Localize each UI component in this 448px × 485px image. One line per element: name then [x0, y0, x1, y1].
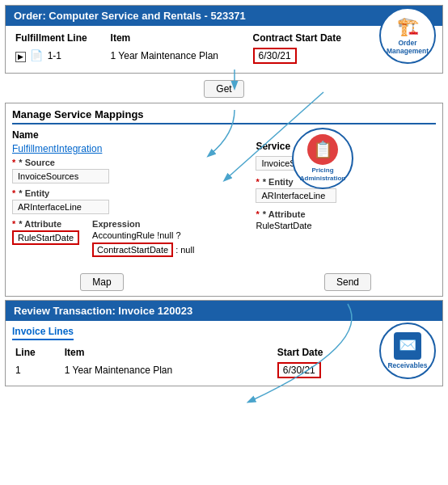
fulfillment-line-header: Fulfillment Line [12, 31, 108, 45]
mappings-title: Manage Service Mappings [12, 108, 436, 124]
invoice-lines-tab[interactable]: Invoice Lines [12, 326, 74, 340]
attribute-label-left: * * Attribute [12, 219, 79, 229]
order-management-badge: 🏗️ Order Management [379, 7, 436, 64]
invoice-date-box: 6/30/21 [277, 362, 321, 378]
invoice-line-header: Line [12, 345, 61, 360]
invoice-line-cell: 1 [12, 360, 61, 381]
attribute-label-right: * * Attribute [256, 209, 402, 219]
invoice-item-cell: 1 Year Maintenance Plan [61, 360, 274, 381]
fulfillment-line-cell: ▶ 📄 1-1 [12, 45, 108, 66]
pricing-icon: 📋 [307, 134, 338, 165]
name-label: Name [12, 129, 246, 141]
fulfillment-row: ▶ 📄 1-1 1 Year Maintenance Plan 6/30/21 [12, 45, 370, 66]
source-label: * * Source [12, 158, 246, 167]
review-section: Review Transaction: Invoice 120023 ✉️ Re… [5, 300, 443, 386]
contract-start-date-header: Contract Start Date [247, 31, 370, 45]
invoice-start-date-header: Start Date [274, 345, 371, 360]
attribute-value-right: RuleStartDate [256, 221, 402, 230]
entity-value-box-right: ARInterfaceLine [256, 188, 336, 203]
expand-icon[interactable]: ▶ [15, 52, 26, 62]
review-title: Review Transaction: Invoice 120023 [14, 305, 192, 317]
mappings-left-col: Name FulfillmentIntegration * * Source I… [12, 129, 249, 257]
item-cell: 1 Year Maintenance Plan [108, 45, 247, 66]
get-button[interactable]: Get [204, 80, 243, 98]
map-button[interactable]: Map [80, 273, 123, 291]
receivables-icon: ✉️ [394, 332, 421, 360]
date-cell: 6/30/21 [247, 45, 370, 66]
expression-label: Expression [92, 219, 246, 229]
expr-part3: : null [175, 245, 194, 255]
receivables-badge: ✉️ Receivables [379, 323, 436, 379]
mappings-section: Manage Service Mappings 📋 Pricing Admini… [5, 103, 443, 297]
expression-row: AccountingRule !null ? ContractStartDate… [92, 230, 246, 257]
send-button[interactable]: Send [324, 273, 371, 291]
contract-date-box: 6/30/21 [253, 48, 297, 64]
building-icon: 🏗️ [397, 16, 419, 37]
expr-part2-box: ContractStartDate [92, 242, 173, 257]
order-header: Order: Computer Service and Rentals - 52… [6, 6, 442, 26]
invoice-table: Line Item Start Date 1 1 Year Maintenanc… [12, 345, 371, 381]
fulfillment-link[interactable]: FulfillmentIntegration [12, 143, 246, 154]
expr-part1: AccountingRule !null ? [92, 230, 180, 240]
entity-value-box: ARInterfaceLine [12, 200, 109, 214]
entity-label: * * Entity [12, 188, 246, 198]
review-header: Review Transaction: Invoice 120023 [6, 301, 442, 321]
order-title: Order: Computer Service and Rentals - 52… [14, 10, 246, 22]
fulfillment-table: Fulfillment Line Item Contract Start Dat… [12, 31, 370, 66]
source-value-box: InvoiceSources [12, 169, 109, 183]
invoice-row: 1 1 Year Maintenance Plan 6/30/21 [12, 360, 371, 381]
item-header: Item [108, 31, 247, 45]
pricing-admin-badge: 📋 Pricing Administration [292, 128, 353, 189]
row-doc-icon: 📄 [30, 49, 43, 61]
attribute-value-box-left: RuleStartDate [12, 230, 79, 245]
invoice-date-cell: 6/30/21 [274, 360, 371, 381]
required-star: * [12, 158, 15, 167]
invoice-item-header: Item [61, 345, 274, 360]
entity-required-star: * [12, 188, 15, 198]
